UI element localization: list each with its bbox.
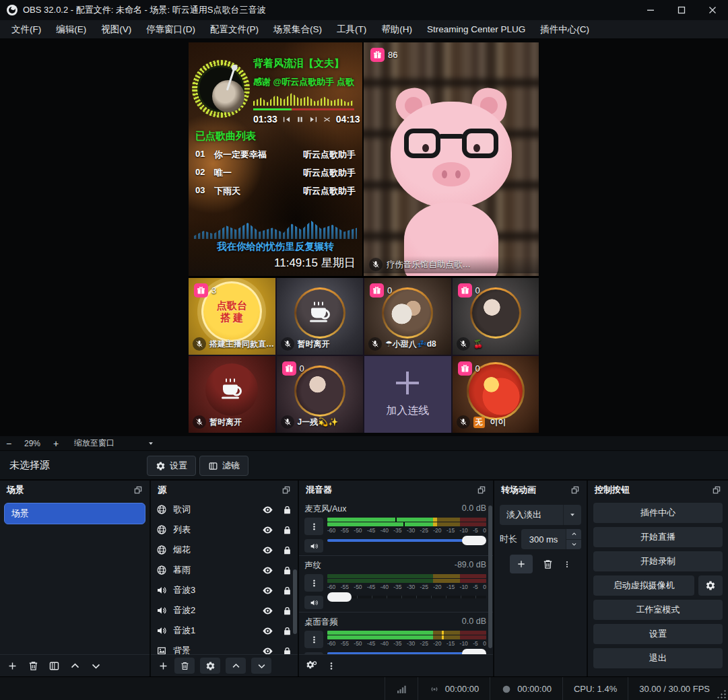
transition-menu-button[interactable] bbox=[563, 559, 571, 570]
menu-item-9[interactable]: 插件中心(C) bbox=[533, 20, 597, 39]
duration-increase-button[interactable] bbox=[566, 529, 581, 540]
close-button[interactable] bbox=[697, 0, 728, 20]
sources-scrollbar[interactable] bbox=[293, 569, 297, 635]
remove-transition-button[interactable] bbox=[542, 559, 554, 570]
start-recording-button[interactable]: 开始录制 bbox=[593, 551, 723, 571]
record-time: 00:00:00 bbox=[517, 684, 552, 694]
source-row[interactable]: 烟花 bbox=[151, 540, 298, 560]
source-row[interactable]: 音波2 bbox=[151, 600, 298, 621]
zoom-dropdown-caret[interactable] bbox=[144, 440, 158, 447]
gear-icon bbox=[156, 461, 166, 471]
source-properties-button[interactable] bbox=[200, 658, 220, 674]
lock-icon[interactable] bbox=[282, 525, 292, 535]
source-up-button[interactable] bbox=[226, 658, 246, 674]
channel-mute-button[interactable] bbox=[304, 596, 323, 609]
scene-down-button[interactable] bbox=[90, 660, 102, 672]
source-row[interactable]: 歌词 bbox=[151, 499, 298, 520]
duration-decrease-button[interactable] bbox=[566, 540, 581, 550]
volume-slider-handle[interactable] bbox=[462, 536, 486, 545]
channel-mute-button[interactable] bbox=[304, 652, 323, 654]
source-filters-button[interactable]: 滤镜 bbox=[199, 456, 249, 476]
lock-icon[interactable] bbox=[282, 586, 292, 596]
menu-item-1[interactable]: 编辑(E) bbox=[48, 20, 94, 39]
transition-select[interactable]: 淡入淡出 bbox=[500, 505, 581, 525]
minimize-button[interactable] bbox=[635, 0, 666, 20]
add-source-button[interactable] bbox=[158, 660, 169, 672]
mic-muted-icon bbox=[193, 415, 206, 429]
menu-item-5[interactable]: 场景集合(S) bbox=[266, 20, 329, 39]
lock-icon[interactable] bbox=[282, 646, 292, 655]
volume-slider-handle[interactable] bbox=[327, 592, 352, 602]
source-row[interactable]: 背景 bbox=[151, 641, 298, 654]
visibility-eye-icon[interactable] bbox=[262, 504, 273, 516]
visibility-eye-icon[interactable] bbox=[262, 645, 273, 655]
channel-mute-button[interactable] bbox=[304, 539, 323, 553]
start-streaming-button[interactable]: 开始直播 bbox=[593, 527, 723, 547]
volume-slider[interactable] bbox=[327, 592, 486, 602]
source-row[interactable]: 音波1 bbox=[151, 621, 298, 641]
visibility-eye-icon[interactable] bbox=[262, 565, 273, 576]
join-seat-tile[interactable]: 加入连线 bbox=[364, 356, 451, 433]
popout-icon[interactable] bbox=[570, 485, 580, 495]
source-row[interactable]: 暮雨 bbox=[151, 560, 298, 580]
scene-filters-button[interactable] bbox=[48, 660, 60, 672]
menu-item-3[interactable]: 停靠窗口(D) bbox=[139, 20, 203, 39]
zoom-fit-label[interactable]: 缩放至窗口 bbox=[74, 438, 114, 449]
popout-icon[interactable] bbox=[712, 485, 721, 495]
resize-grip[interactable] bbox=[717, 689, 726, 699]
menu-item-6[interactable]: 工具(T) bbox=[329, 20, 374, 39]
lock-icon[interactable] bbox=[282, 606, 292, 616]
visibility-eye-icon[interactable] bbox=[262, 605, 273, 617]
meter-tick: -60 bbox=[327, 640, 335, 647]
source-properties-button[interactable]: 设置 bbox=[147, 456, 196, 476]
maximize-button[interactable] bbox=[666, 0, 697, 20]
settings-button[interactable]: 设置 bbox=[593, 624, 723, 644]
lock-icon[interactable] bbox=[282, 565, 292, 575]
channel-menu-button[interactable] bbox=[304, 574, 323, 592]
volume-slider[interactable] bbox=[327, 649, 486, 654]
menu-item-7[interactable]: 帮助(H) bbox=[374, 20, 420, 39]
add-scene-button[interactable] bbox=[7, 660, 18, 672]
popout-icon[interactable] bbox=[133, 485, 143, 495]
menu-item-2[interactable]: 视图(V) bbox=[94, 20, 139, 39]
exit-button[interactable]: 退出 bbox=[593, 648, 723, 668]
mixer-scrollbar[interactable] bbox=[488, 505, 492, 648]
volume-slider-handle[interactable] bbox=[462, 649, 486, 654]
visibility-eye-icon[interactable] bbox=[262, 524, 273, 536]
advanced-audio-button[interactable] bbox=[306, 660, 317, 672]
channel-menu-button[interactable] bbox=[304, 631, 323, 648]
mixer-menu-button[interactable] bbox=[327, 660, 336, 672]
meter-tick: -25 bbox=[420, 584, 428, 590]
lock-icon[interactable] bbox=[282, 626, 292, 636]
remove-source-button[interactable] bbox=[174, 658, 195, 674]
source-row[interactable]: 列表 bbox=[151, 520, 298, 540]
menu-item-0[interactable]: 文件(F) bbox=[4, 20, 48, 39]
popout-icon[interactable] bbox=[477, 485, 486, 495]
remove-scene-button[interactable] bbox=[28, 660, 39, 672]
visibility-eye-icon[interactable] bbox=[262, 545, 273, 556]
virtual-camera-settings-button[interactable] bbox=[698, 575, 723, 596]
scene-up-button[interactable] bbox=[69, 660, 81, 672]
studio-mode-button[interactable]: 工作室模式 bbox=[593, 600, 723, 620]
coffee-cup-icon bbox=[310, 306, 330, 320]
zoom-out-button[interactable]: − bbox=[0, 438, 18, 449]
source-row[interactable]: 音波3 bbox=[151, 580, 298, 600]
menu-item-8[interactable]: Streaming Center PLUG bbox=[420, 20, 533, 39]
plugin-center-button[interactable]: 插件中心 bbox=[593, 503, 723, 523]
preview-area[interactable]: 背着风流泪【文夫】 感谢 @听云点歌助手 点歌 01:33 04:13 已点歌曲… bbox=[0, 39, 728, 436]
program-canvas[interactable]: 背着风流泪【文夫】 感谢 @听云点歌助手 点歌 01:33 04:13 已点歌曲… bbox=[189, 42, 539, 433]
transition-duration-input[interactable]: 300 ms bbox=[521, 529, 581, 549]
lock-icon[interactable] bbox=[282, 505, 292, 515]
scene-list-item[interactable]: 场景 bbox=[4, 503, 145, 524]
lock-icon[interactable] bbox=[282, 545, 292, 555]
channel-menu-button[interactable] bbox=[304, 518, 323, 535]
virtual-camera-button[interactable]: 启动虚拟摄像机 bbox=[593, 575, 694, 596]
zoom-in-button[interactable]: + bbox=[47, 438, 65, 449]
volume-slider[interactable] bbox=[327, 536, 486, 545]
visibility-eye-icon[interactable] bbox=[262, 625, 273, 637]
popout-icon[interactable] bbox=[282, 485, 291, 495]
add-transition-button[interactable] bbox=[510, 555, 533, 573]
visibility-eye-icon[interactable] bbox=[262, 585, 273, 596]
source-down-button[interactable] bbox=[251, 658, 271, 674]
menu-item-4[interactable]: 配置文件(P) bbox=[203, 20, 266, 39]
